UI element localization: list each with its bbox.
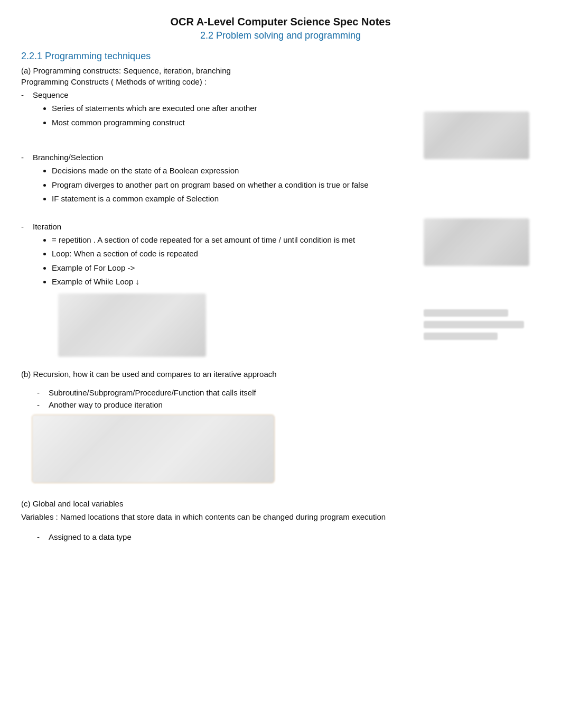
- section-b-label: (b) Recursion, how it can be used and co…: [21, 370, 413, 379]
- section-221-heading: 2.2.1 Programming techniques: [21, 51, 540, 62]
- page-subtitle: 2.2 Problem solving and programming: [21, 30, 540, 41]
- branching-bullet-2: Program diverges to another part on prog…: [52, 179, 413, 191]
- branching-bullet-3: IF statement is a common example of Sele…: [52, 193, 413, 205]
- iteration-bullet-3: Example of For Loop ->: [52, 262, 413, 274]
- right-image-1: [424, 112, 529, 159]
- section-b-dash-2: Another way to produce iteration: [49, 400, 163, 409]
- branching-block: - Branching/Selection Decisions made on …: [21, 153, 413, 205]
- page-title: OCR A-Level Computer Science Spec Notes: [21, 16, 540, 28]
- sequence-block: - Sequence Series of statements which ar…: [21, 90, 413, 128]
- right-image-3: [424, 304, 540, 340]
- iteration-label: Iteration: [33, 222, 61, 231]
- branching-bullet-1: Decisions made on the state of a Boolean…: [52, 165, 413, 177]
- label-a: (a) Programming constructs: Sequence, it…: [21, 66, 540, 75]
- code-image-for-loop: [58, 293, 206, 357]
- sequence-bullet-2: Most common programming construct: [52, 117, 413, 129]
- iteration-bullet-2: Loop: When a section of code is repeated: [52, 248, 413, 260]
- construct-header: Programming Constructs ( Methods of writ…: [21, 77, 540, 86]
- section-b-dash-1: Subroutine/Subprogram/Procedure/Function…: [49, 388, 256, 397]
- iteration-block: - Iteration = repetition . A section of …: [21, 222, 413, 357]
- branching-label: Branching/Selection: [33, 153, 103, 162]
- iteration-bullet-4: Example of While Loop ↓: [52, 276, 413, 288]
- section-c-description: Variables : Named locations that store d…: [21, 511, 413, 523]
- section-c-block: (c) Global and local variables Variables…: [21, 499, 413, 542]
- section-b-block: (b) Recursion, how it can be used and co…: [21, 370, 413, 483]
- recursion-code-image: [32, 414, 275, 483]
- right-image-2: [424, 218, 529, 266]
- sequence-label: Sequence: [33, 90, 69, 99]
- section-c-dash-1: Assigned to a data type: [49, 532, 132, 541]
- section-c-label: (c) Global and local variables: [21, 499, 413, 508]
- iteration-bullet-1: = repetition . A section of code repeate…: [52, 234, 413, 246]
- sequence-bullet-1: Series of statements which are executed …: [52, 103, 413, 115]
